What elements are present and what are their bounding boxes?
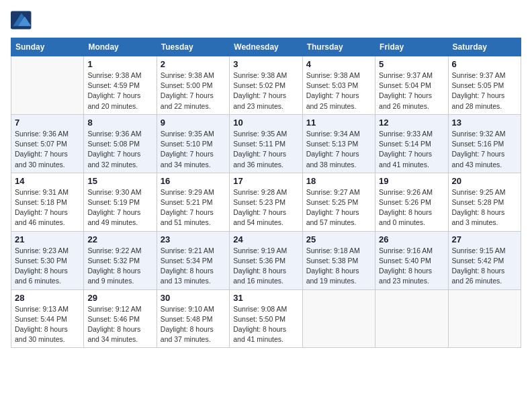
page-header: [11, 11, 521, 30]
col-header-wednesday: Wednesday: [230, 38, 302, 56]
calendar-cell: 24Sunrise: 9:19 AM Sunset: 5:36 PM Dayli…: [230, 231, 302, 289]
day-number: 18: [306, 176, 371, 186]
calendar-cell: 29Sunrise: 9:12 AM Sunset: 5:46 PM Dayli…: [84, 289, 157, 348]
calendar-cell: 30Sunrise: 9:10 AM Sunset: 5:48 PM Dayli…: [157, 289, 229, 348]
calendar-cell: 21Sunrise: 9:23 AM Sunset: 5:30 PM Dayli…: [11, 231, 84, 289]
day-number: 2: [161, 59, 226, 69]
calendar-table: SundayMondayTuesdayWednesdayThursdayFrid…: [11, 38, 521, 348]
day-number: 11: [306, 118, 371, 128]
calendar-cell: [448, 289, 521, 348]
calendar-cell: 26Sunrise: 9:16 AM Sunset: 5:40 PM Dayli…: [375, 231, 448, 289]
day-number: 9: [161, 118, 226, 128]
col-header-saturday: Saturday: [448, 38, 521, 56]
day-number: 31: [233, 293, 298, 303]
col-header-tuesday: Tuesday: [157, 38, 229, 56]
week-row-5: 28Sunrise: 9:13 AM Sunset: 5:44 PM Dayli…: [11, 289, 521, 348]
day-detail: Sunrise: 9:35 AM Sunset: 5:11 PM Dayligh…: [233, 129, 298, 170]
calendar-cell: 4Sunrise: 9:38 AM Sunset: 5:03 PM Daylig…: [302, 56, 375, 115]
day-detail: Sunrise: 9:37 AM Sunset: 5:05 PM Dayligh…: [452, 71, 517, 111]
calendar-cell: 25Sunrise: 9:18 AM Sunset: 5:38 PM Dayli…: [302, 231, 375, 289]
day-detail: Sunrise: 9:12 AM Sunset: 5:46 PM Dayligh…: [87, 304, 152, 345]
day-number: 7: [15, 118, 80, 128]
calendar-cell: [11, 56, 84, 115]
day-detail: Sunrise: 9:26 AM Sunset: 5:26 PM Dayligh…: [379, 187, 444, 228]
day-detail: Sunrise: 9:08 AM Sunset: 5:50 PM Dayligh…: [233, 304, 298, 345]
day-number: 21: [15, 234, 80, 244]
day-detail: Sunrise: 9:31 AM Sunset: 5:18 PM Dayligh…: [15, 187, 80, 228]
calendar-cell: [302, 289, 375, 348]
day-number: 13: [452, 118, 517, 128]
day-detail: Sunrise: 9:15 AM Sunset: 5:42 PM Dayligh…: [452, 246, 517, 287]
calendar-cell: 19Sunrise: 9:26 AM Sunset: 5:26 PM Dayli…: [375, 173, 448, 231]
calendar-cell: 1Sunrise: 9:38 AM Sunset: 4:59 PM Daylig…: [84, 56, 157, 115]
calendar-cell: 8Sunrise: 9:36 AM Sunset: 5:08 PM Daylig…: [84, 114, 157, 173]
calendar-cell: 13Sunrise: 9:32 AM Sunset: 5:16 PM Dayli…: [448, 114, 521, 173]
calendar-cell: 15Sunrise: 9:30 AM Sunset: 5:19 PM Dayli…: [84, 173, 157, 231]
day-detail: Sunrise: 9:36 AM Sunset: 5:07 PM Dayligh…: [15, 129, 80, 170]
logo: [11, 11, 35, 30]
day-detail: Sunrise: 9:37 AM Sunset: 5:04 PM Dayligh…: [379, 71, 444, 111]
day-number: 6: [452, 59, 517, 69]
col-header-monday: Monday: [84, 38, 157, 56]
week-row-2: 7Sunrise: 9:36 AM Sunset: 5:07 PM Daylig…: [11, 114, 521, 173]
calendar-cell: [375, 289, 448, 348]
calendar-cell: 9Sunrise: 9:35 AM Sunset: 5:10 PM Daylig…: [157, 114, 229, 173]
day-detail: Sunrise: 9:27 AM Sunset: 5:25 PM Dayligh…: [306, 187, 371, 228]
logo-icon: [11, 11, 32, 30]
day-detail: Sunrise: 9:35 AM Sunset: 5:10 PM Dayligh…: [161, 129, 226, 170]
col-header-thursday: Thursday: [302, 38, 375, 56]
day-detail: Sunrise: 9:23 AM Sunset: 5:30 PM Dayligh…: [15, 246, 80, 287]
day-detail: Sunrise: 9:19 AM Sunset: 5:36 PM Dayligh…: [233, 246, 298, 287]
day-detail: Sunrise: 9:13 AM Sunset: 5:44 PM Dayligh…: [15, 304, 80, 345]
calendar-cell: 23Sunrise: 9:21 AM Sunset: 5:34 PM Dayli…: [157, 231, 229, 289]
day-detail: Sunrise: 9:34 AM Sunset: 5:13 PM Dayligh…: [306, 129, 371, 170]
calendar-cell: 7Sunrise: 9:36 AM Sunset: 5:07 PM Daylig…: [11, 114, 84, 173]
day-number: 29: [87, 293, 152, 303]
day-number: 4: [306, 59, 371, 69]
week-row-3: 14Sunrise: 9:31 AM Sunset: 5:18 PM Dayli…: [11, 173, 521, 231]
calendar-cell: 28Sunrise: 9:13 AM Sunset: 5:44 PM Dayli…: [11, 289, 84, 348]
col-header-friday: Friday: [375, 38, 448, 56]
day-number: 1: [87, 59, 152, 69]
calendar-cell: 22Sunrise: 9:22 AM Sunset: 5:32 PM Dayli…: [84, 231, 157, 289]
day-detail: Sunrise: 9:36 AM Sunset: 5:08 PM Dayligh…: [87, 129, 152, 170]
calendar-cell: 12Sunrise: 9:33 AM Sunset: 5:14 PM Dayli…: [375, 114, 448, 173]
week-row-1: 1Sunrise: 9:38 AM Sunset: 4:59 PM Daylig…: [11, 56, 521, 115]
calendar-cell: 10Sunrise: 9:35 AM Sunset: 5:11 PM Dayli…: [230, 114, 302, 173]
calendar-cell: 27Sunrise: 9:15 AM Sunset: 5:42 PM Dayli…: [448, 231, 521, 289]
calendar-cell: 17Sunrise: 9:28 AM Sunset: 5:23 PM Dayli…: [230, 173, 302, 231]
day-number: 19: [379, 176, 444, 186]
day-detail: Sunrise: 9:10 AM Sunset: 5:48 PM Dayligh…: [161, 304, 226, 345]
day-number: 5: [379, 59, 444, 69]
day-number: 20: [452, 176, 517, 186]
day-detail: Sunrise: 9:38 AM Sunset: 5:00 PM Dayligh…: [161, 71, 226, 111]
day-detail: Sunrise: 9:33 AM Sunset: 5:14 PM Dayligh…: [379, 129, 444, 170]
calendar-cell: 2Sunrise: 9:38 AM Sunset: 5:00 PM Daylig…: [157, 56, 229, 115]
day-number: 26: [379, 234, 444, 244]
calendar-cell: 6Sunrise: 9:37 AM Sunset: 5:05 PM Daylig…: [448, 56, 521, 115]
day-number: 30: [161, 293, 226, 303]
day-detail: Sunrise: 9:25 AM Sunset: 5:28 PM Dayligh…: [452, 187, 517, 228]
day-number: 12: [379, 118, 444, 128]
day-detail: Sunrise: 9:32 AM Sunset: 5:16 PM Dayligh…: [452, 129, 517, 170]
header-row: SundayMondayTuesdayWednesdayThursdayFrid…: [11, 38, 521, 56]
calendar-cell: 11Sunrise: 9:34 AM Sunset: 5:13 PM Dayli…: [302, 114, 375, 173]
day-detail: Sunrise: 9:38 AM Sunset: 5:03 PM Dayligh…: [306, 71, 371, 111]
day-number: 23: [161, 234, 226, 244]
day-detail: Sunrise: 9:38 AM Sunset: 5:02 PM Dayligh…: [233, 71, 298, 111]
day-detail: Sunrise: 9:38 AM Sunset: 4:59 PM Dayligh…: [87, 71, 152, 111]
day-number: 16: [161, 176, 226, 186]
day-detail: Sunrise: 9:18 AM Sunset: 5:38 PM Dayligh…: [306, 246, 371, 287]
day-number: 10: [233, 118, 298, 128]
day-detail: Sunrise: 9:30 AM Sunset: 5:19 PM Dayligh…: [87, 187, 152, 228]
calendar-cell: 16Sunrise: 9:29 AM Sunset: 5:21 PM Dayli…: [157, 173, 229, 231]
day-detail: Sunrise: 9:22 AM Sunset: 5:32 PM Dayligh…: [87, 246, 152, 287]
calendar-cell: 14Sunrise: 9:31 AM Sunset: 5:18 PM Dayli…: [11, 173, 84, 231]
day-number: 3: [233, 59, 298, 69]
calendar-cell: 3Sunrise: 9:38 AM Sunset: 5:02 PM Daylig…: [230, 56, 302, 115]
calendar-cell: 20Sunrise: 9:25 AM Sunset: 5:28 PM Dayli…: [448, 173, 521, 231]
col-header-sunday: Sunday: [11, 38, 84, 56]
week-row-4: 21Sunrise: 9:23 AM Sunset: 5:30 PM Dayli…: [11, 231, 521, 289]
day-number: 28: [15, 293, 80, 303]
day-number: 17: [233, 176, 298, 186]
